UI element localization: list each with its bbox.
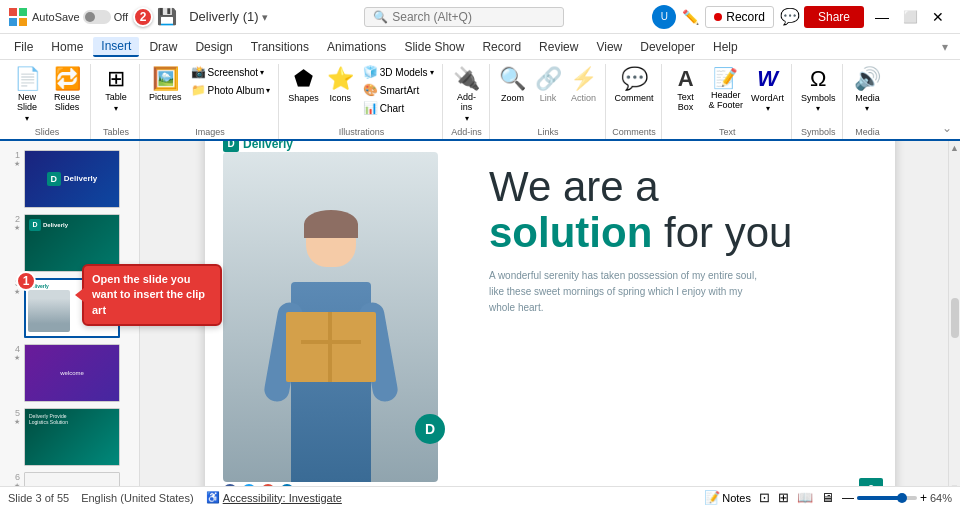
slide-brand-name: D Deliverly: [223, 141, 293, 152]
action-button[interactable]: ⚡ Action: [567, 64, 601, 105]
comments-group-label: Comments: [612, 125, 657, 139]
ribbon-group-tables: ⊞ Table ▾ Tables: [93, 64, 140, 139]
notes-button[interactable]: 📝 Notes: [704, 490, 751, 505]
zoom-in-button[interactable]: +: [920, 491, 927, 505]
slide-count: Slide 3 of 55: [8, 492, 69, 504]
normal-view-button[interactable]: ⊡: [759, 490, 770, 505]
slide-headline-2: solution: [489, 209, 652, 256]
user-avatar: U: [652, 5, 676, 29]
file-name: Deliverly (1) ▾: [189, 9, 268, 24]
ribbon-group-symbols: Ω Symbols ▾ Symbols: [794, 64, 844, 139]
autosave-off-label: Off: [114, 11, 128, 23]
autosave-toggle[interactable]: [83, 10, 111, 24]
scroll-up-arrow[interactable]: ▲: [950, 143, 959, 153]
zoom-out-button[interactable]: —: [842, 491, 854, 505]
slide-thumb-1[interactable]: 1 ★ D Deliverly: [0, 147, 139, 211]
main-area: 1 ★ D Deliverly 2 ★ D Deliverly: [0, 141, 960, 495]
icons-button[interactable]: ⭐ Icons: [324, 64, 357, 105]
ribbon-expand-icon[interactable]: ⌄: [938, 117, 956, 139]
smartart-button[interactable]: 🎨 SmartArt: [359, 82, 438, 98]
menu-animations[interactable]: Animations: [319, 38, 394, 56]
share-button[interactable]: Share: [804, 6, 864, 28]
svg-rect-0: [9, 8, 17, 16]
search-input[interactable]: [392, 10, 555, 24]
right-scrollbar[interactable]: ▲ ▼: [948, 141, 960, 495]
zoom-slider[interactable]: [857, 496, 917, 500]
slide-headline-1: We are a: [489, 163, 659, 210]
comment-button[interactable]: 💬 Comment: [612, 64, 657, 105]
zoom-controls: — + 64%: [842, 491, 952, 505]
wordart-button[interactable]: W WordArt ▾: [748, 64, 787, 115]
minimize-button[interactable]: —: [868, 3, 896, 31]
accessibility-status[interactable]: Accessibility: Investigate: [223, 492, 342, 504]
autosave-label: AutoSave: [32, 11, 80, 23]
toolbar: 📄 NewSlide ▾ 🔁 ReuseSlides Slides ⊞ Tabl…: [0, 60, 960, 141]
ribbon-group-media: 🔊 Media ▾ Media: [845, 64, 889, 139]
menu-slideshow[interactable]: Slide Show: [396, 38, 472, 56]
menu-home[interactable]: Home: [43, 38, 91, 56]
ribbon-group-slides: 📄 NewSlide ▾ 🔁 ReuseSlides Slides: [4, 64, 91, 139]
media-button[interactable]: 🔊 Media ▾: [849, 64, 885, 115]
slide-thumb-5[interactable]: 5 ★ Deliverly ProvideLogistics Solution: [0, 405, 139, 469]
slide-thumb-4[interactable]: 4 ★ welcome: [0, 341, 139, 405]
ribbon-group-text: A TextBox 📝 Header& Footer W WordArt ▾ T…: [664, 64, 792, 139]
links-group-label: Links: [496, 125, 601, 139]
textbox-button[interactable]: A TextBox: [668, 64, 704, 115]
menu-help[interactable]: Help: [705, 38, 746, 56]
menu-draw[interactable]: Draw: [141, 38, 185, 56]
menu-review[interactable]: Review: [531, 38, 586, 56]
menu-file[interactable]: File: [6, 38, 41, 56]
close-button[interactable]: ✕: [924, 3, 952, 31]
language-status: English (United States): [81, 492, 194, 504]
menu-record[interactable]: Record: [474, 38, 529, 56]
ribbon-collapse[interactable]: ▾: [936, 38, 954, 56]
pictures-button[interactable]: 🖼️ Pictures: [146, 64, 185, 105]
menu-developer[interactable]: Developer: [632, 38, 703, 56]
slide-canvas[interactable]: D Deliverly: [205, 141, 895, 495]
chart-button[interactable]: 📊 Chart: [359, 100, 438, 116]
reuse-slides-button[interactable]: 🔁 ReuseSlides: [48, 64, 86, 115]
slides-group-label: Slides: [8, 125, 86, 139]
menu-design[interactable]: Design: [187, 38, 240, 56]
record-button[interactable]: Record: [705, 6, 774, 28]
record-dot-icon: [714, 13, 722, 21]
menu-insert[interactable]: Insert: [93, 37, 139, 57]
table-button[interactable]: ⊞ Table ▾: [97, 64, 135, 115]
ribbon-group-links: 🔍 Zoom 🔗 Link ⚡ Action Links: [492, 64, 606, 139]
maximize-button[interactable]: ⬜: [896, 3, 924, 31]
shapes-button[interactable]: ⬟ Shapes: [285, 64, 322, 105]
reading-view-button[interactable]: 📖: [797, 490, 813, 505]
ribbon-group-illustrations: ⬟ Shapes ⭐ Icons 🧊 3D Models ▾ 🎨 SmartAr…: [281, 64, 442, 139]
slide-logo-overlay: D: [415, 414, 445, 444]
autosave-area: AutoSave Off 2: [32, 7, 153, 27]
symbols-group-label: Symbols: [798, 125, 839, 139]
screenshot-button[interactable]: 📸 Screenshot ▾: [187, 64, 275, 80]
menu-transitions[interactable]: Transitions: [243, 38, 317, 56]
header-footer-button[interactable]: 📝 Header& Footer: [706, 64, 747, 113]
comments-icon[interactable]: 💬: [780, 7, 800, 26]
illustrations-group-label: Illustrations: [285, 125, 437, 139]
symbols-button[interactable]: Ω Symbols ▾: [798, 64, 839, 115]
window-icon: [8, 7, 28, 27]
svg-rect-2: [9, 18, 17, 26]
slide-text-area: We are a solution for you A wonderful se…: [489, 164, 879, 316]
ribbon-group-images: 🖼️ Pictures 📸 Screenshot ▾ 📁 Photo Album…: [142, 64, 279, 139]
zoom-button[interactable]: 🔍 Zoom: [496, 64, 530, 105]
menu-view[interactable]: View: [588, 38, 630, 56]
ribbon-group-comments: 💬 Comment Comments: [608, 64, 662, 139]
3d-models-button[interactable]: 🧊 3D Models ▾: [359, 64, 438, 80]
addins-button[interactable]: 🔌 Add-ins ▾: [449, 64, 485, 125]
scroll-thumb[interactable]: [951, 298, 959, 338]
search-box[interactable]: 🔍: [364, 7, 564, 27]
edit-icon[interactable]: ✏️: [682, 9, 699, 25]
slide-person-image: [223, 152, 438, 482]
save-icon[interactable]: 💾: [157, 7, 177, 26]
canvas-area: D Deliverly: [140, 141, 960, 495]
text-group-label: Text: [668, 125, 787, 139]
link-button[interactable]: 🔗 Link: [532, 64, 565, 105]
new-slide-button[interactable]: 📄 NewSlide ▾: [8, 64, 46, 125]
slide-sorter-button[interactable]: ⊞: [778, 490, 789, 505]
accessibility-icon: ♿: [206, 491, 220, 504]
photo-album-button[interactable]: 📁 Photo Album ▾: [187, 82, 275, 98]
presenter-view-button[interactable]: 🖥: [821, 490, 834, 505]
